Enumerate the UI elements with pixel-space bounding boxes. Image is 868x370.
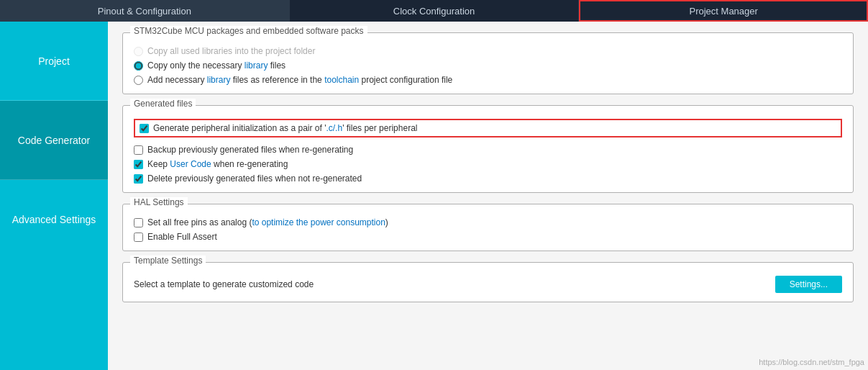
- top-nav: Pinout & Configuration Clock Configurati…: [0, 0, 868, 22]
- mcu-packages-title: STM32Cube MCU packages and embedded soft…: [130, 26, 367, 36]
- checkbox-keep-user-code[interactable]: Keep User Code when re-generating: [134, 159, 842, 169]
- radio-copy-necessary[interactable]: Copy only the necessary library files: [134, 60, 842, 71]
- generated-files-section: Generated files Generate peripheral init…: [122, 105, 854, 193]
- template-settings-content: Select a template to generate customized…: [134, 276, 842, 293]
- radio-copy-all[interactable]: Copy all used libraries into the project…: [134, 46, 842, 56]
- hal-settings-options: Set all free pins as analog (to optimize…: [134, 217, 842, 242]
- content-area: STM32Cube MCU packages and embedded soft…: [108, 22, 868, 370]
- watermark: https://blog.csdn.net/stm_fpga: [759, 358, 864, 366]
- mcu-packages-options: Copy all used libraries into the project…: [134, 46, 842, 85]
- mcu-packages-section: STM32Cube MCU packages and embedded soft…: [122, 32, 854, 94]
- checkbox-peripheral-init-row: Generate peripheral initialization as a …: [134, 119, 842, 137]
- checkbox-backup[interactable]: Backup previously generated files when r…: [134, 145, 842, 155]
- nav-clock[interactable]: Clock Configuration: [290, 0, 580, 22]
- generated-files-title: Generated files: [130, 99, 196, 109]
- radio-add-reference[interactable]: Add necessary library files as reference…: [134, 75, 842, 85]
- settings-button[interactable]: Settings...: [775, 276, 842, 293]
- checkbox-free-pins[interactable]: Set all free pins as analog (to optimize…: [134, 217, 842, 227]
- hal-settings-title: HAL Settings: [130, 197, 188, 207]
- template-settings-title: Template Settings: [130, 256, 206, 266]
- sidebar: Project Code Generator Advanced Settings: [0, 22, 108, 370]
- checkbox-full-assert[interactable]: Enable Full Assert: [134, 232, 842, 242]
- sidebar-item-advanced-settings[interactable]: Advanced Settings: [0, 180, 108, 259]
- nav-project-manager[interactable]: Project Manager: [579, 0, 868, 22]
- checkbox-delete-prev[interactable]: Delete previously generated files when n…: [134, 173, 842, 184]
- sidebar-item-project[interactable]: Project: [0, 22, 108, 101]
- template-description: Select a template to generate customized…: [134, 279, 314, 289]
- nav-pinout[interactable]: Pinout & Configuration: [0, 0, 290, 22]
- checkbox-peripheral-init[interactable]: [140, 124, 149, 133]
- sidebar-item-code-generator[interactable]: Code Generator: [0, 101, 108, 180]
- hal-settings-section: HAL Settings Set all free pins as analog…: [122, 204, 854, 251]
- generated-files-options: Generate peripheral initialization as a …: [134, 119, 842, 184]
- main-layout: Project Code Generator Advanced Settings…: [0, 22, 868, 370]
- template-settings-section: Template Settings Select a template to g…: [122, 262, 854, 302]
